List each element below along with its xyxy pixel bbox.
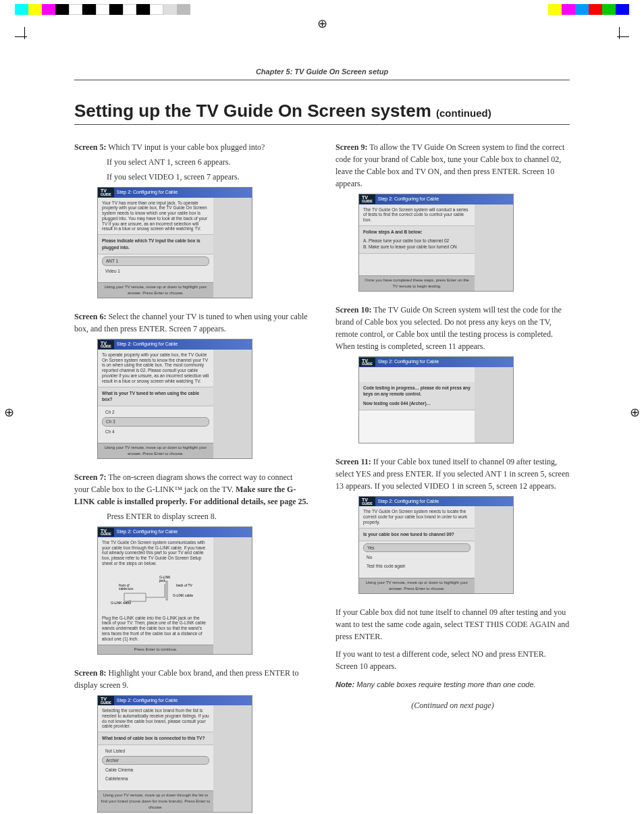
screen7-text2: Press ENTER to display screen 8. — [107, 510, 308, 522]
tv-question: What is your TV tuned to when using the … — [98, 387, 213, 407]
tv-text: Selecting the correct cable box brand fr… — [98, 705, 213, 732]
tv-step-title: Step 2: Configuring for Cable — [114, 340, 180, 350]
tv-option: Ch 2 — [102, 408, 209, 416]
tv-code-line2: Now testing code 044 (Archer)… — [363, 400, 471, 407]
tv-option: ANT 1 — [102, 256, 209, 266]
tv-step-title: Step 2: Configuring for Cable — [375, 357, 441, 367]
title-text: Setting up the TV Guide On Screen system — [74, 101, 431, 121]
screen9-text: To allow the TV Guide On Screen system t… — [336, 142, 564, 188]
tv-steps-title: Follow steps A and B below: — [363, 229, 471, 236]
tv-step-a: A. Please tune your cable box to channel… — [363, 238, 471, 244]
crop-mark — [15, 27, 35, 47]
tv-screenshot-11: TVGUIDEStep 2: Configuring for Cable The… — [358, 496, 514, 594]
screen7-label: Screen 7: — [74, 472, 106, 482]
tv-option: Not Listed — [102, 747, 209, 755]
glink-diagram: G-LINK jack front ofcable box back of TV… — [98, 569, 213, 613]
tv-footer: Press Enter to continue. — [98, 645, 213, 654]
after-text-1: If your Cable box did not tune itself to… — [336, 606, 570, 643]
screen5-text: Which TV input is your cable box plugged… — [108, 142, 265, 152]
svg-rect-5 — [166, 581, 167, 600]
tv-screenshot-5: TVGUIDEStep 2: Configuring for Cable You… — [97, 187, 252, 298]
after-text-2: If you want to test a different code, se… — [336, 648, 570, 672]
tv-step-title: Step 2: Configuring for Cable — [375, 497, 441, 507]
tv-option: No — [363, 553, 471, 562]
screen5-line2: If you select ANT 1, screen 6 appears. — [107, 156, 308, 168]
tv-footer: Using your TV remote, move up or down to… — [359, 578, 475, 593]
screen10-label: Screen 10: — [336, 305, 371, 315]
tv-step-title: Step 2: Configuring for Cable — [114, 188, 180, 198]
screen11-label: Screen 11: — [336, 457, 371, 466]
tv-screenshot-7: TVGUIDEStep 2: Configuring for Cable The… — [97, 526, 252, 654]
tv-screenshot-9: TVGUIDEStep 2: Configuring for Cable The… — [358, 194, 514, 292]
screen9-label: Screen 9: — [336, 142, 367, 152]
tv-screenshot-8: TVGUIDEStep 2: Configuring for Cable Sel… — [97, 695, 252, 813]
registration-mark-right: ⊕ — [630, 405, 640, 420]
crop-mark — [609, 27, 629, 47]
screen8-label: Screen 8: — [74, 668, 106, 678]
registration-mark-top: ⊕ — [317, 16, 327, 31]
tv-option: Yes — [363, 543, 471, 553]
tv-text2: Plug the G-LINK cable into the G-LINK ja… — [98, 613, 213, 645]
tv-footer: Using your TV remote, move up or down th… — [98, 790, 213, 812]
tv-step-b: B. Make sure to leave your cable box tur… — [363, 244, 471, 250]
tv-text: To operate properly with your cable box,… — [98, 350, 213, 387]
chapter-heading: Chapter 5: TV Guide On Screen setup — [74, 67, 570, 76]
tv-text: The TV Guide On Screen system will condu… — [359, 205, 475, 225]
tv-option: Video 1 — [102, 267, 209, 275]
title-continued: (continued) — [436, 107, 491, 119]
screen5-label: Screen 5: — [74, 142, 106, 152]
screen5-line3: If you select VIDEO 1, screen 7 appears. — [107, 171, 308, 183]
screen8-text: Highlight your Cable box brand, and then… — [74, 668, 298, 690]
divider — [74, 124, 570, 125]
svg-text:cable box: cable box — [119, 587, 134, 591]
color-bar-right — [548, 4, 629, 15]
color-bar-left — [15, 4, 190, 15]
note: Note: Many cable boxes require testing m… — [336, 679, 570, 690]
tv-footer: Once you have completed these steps, pre… — [359, 275, 475, 291]
right-column: Screen 9: To allow the TV Guide On Scree… — [336, 141, 570, 814]
divider — [74, 80, 570, 80]
tv-question: Please indicate which TV input the cable… — [98, 234, 213, 254]
tv-question: What brand of cable box is connected to … — [98, 732, 213, 745]
screen6-label: Screen 6: — [74, 312, 106, 321]
tv-option: Test this code again — [363, 562, 471, 570]
tv-footer: Using your TV remote, move up or down to… — [98, 282, 213, 298]
tv-text: The TV Guide On Screen system communicat… — [98, 537, 213, 569]
tv-text: Your TV has more than one input jack. To… — [98, 198, 213, 235]
tv-screenshot-6: TVGUIDEStep 2: Configuring for Cable To … — [97, 339, 252, 459]
tv-question: Is your cable box now tuned to channel 0… — [359, 528, 475, 541]
registration-mark-left: ⊕ — [4, 405, 14, 420]
svg-text:G-LINK cable: G-LINK cable — [173, 593, 193, 597]
tv-step-title: Step 2: Configuring for Cable — [375, 194, 441, 205]
tv-screenshot-10: TVGUIDEStep 2: Configuring for Cable Cod… — [358, 356, 514, 443]
tv-option: Archer — [102, 756, 209, 765]
tv-option: Ch 4 — [102, 428, 209, 436]
left-column: Screen 5: Which TV input is your cable b… — [74, 141, 308, 814]
svg-text:jack: jack — [159, 578, 165, 582]
tv-option: Ch 3 — [102, 417, 209, 427]
tv-code-line1: Code testing in progress… please do not … — [363, 385, 471, 398]
tv-option: Cable Cinema — [102, 766, 209, 774]
screen6-text: Select the channel your TV is tuned to w… — [74, 312, 308, 333]
tv-option: Cabletenna — [102, 775, 209, 783]
note-label: Note: — [336, 680, 354, 688]
tv-step-title: Step 2: Configuring for Cable — [114, 696, 180, 706]
tv-footer: Using your TV remote, move up or down to… — [98, 443, 213, 458]
svg-text:back of TV: back of TV — [176, 583, 192, 587]
note-text: Many cable boxes require testing more th… — [356, 680, 535, 688]
page-title: Setting up the TV Guide On Screen system… — [74, 101, 570, 121]
continued-text: (Continued on next page) — [336, 699, 570, 711]
tv-text: The TV Guide On Screen system needs to l… — [359, 506, 475, 527]
tv-step-title: Step 2: Configuring for Cable — [114, 527, 180, 537]
